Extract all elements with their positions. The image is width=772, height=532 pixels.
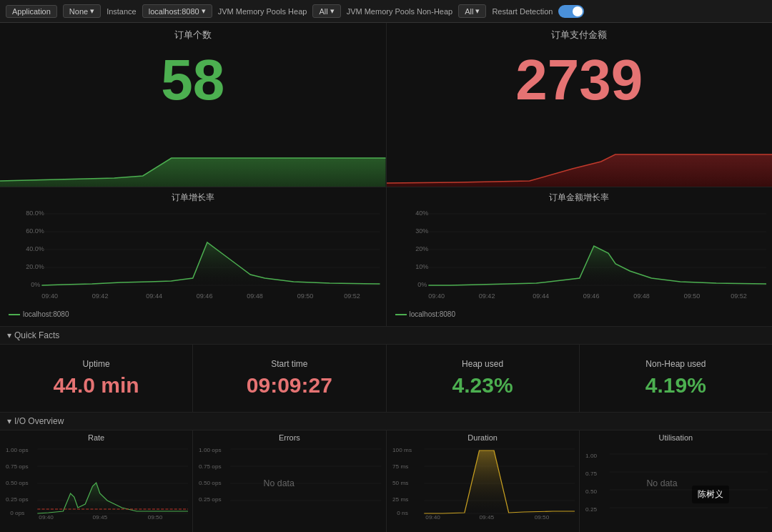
io-overview-row: Rate 1.00 ops 0.75 ops 0.50 ops 0.25 ops…	[0, 430, 772, 532]
top-metrics-row: 订单个数 58 订单支付金额 2739	[0, 23, 772, 187]
order-growth-chart: 80.0% 60.0% 40.0% 20.0% 0%	[6, 207, 380, 307]
orders-count-title: 订单个数	[174, 29, 212, 41]
application-button[interactable]: Application	[6, 5, 57, 18]
svg-text:20.0%: 20.0%	[26, 263, 44, 270]
orders-amount-value: 2739	[515, 51, 643, 109]
chevron-down-icon: ▾	[330, 6, 335, 16]
svg-text:100 ms: 100 ms	[392, 447, 412, 453]
svg-text:09:42: 09:42	[92, 292, 109, 300]
heap-used-label: Heap used	[462, 359, 503, 369]
all-heap-dropdown[interactable]: All ▾	[312, 4, 340, 18]
svg-marker-31	[428, 246, 766, 285]
svg-text:0.75: 0.75	[585, 471, 598, 477]
errors-title: Errors	[197, 433, 381, 442]
rate-panel: Rate 1.00 ops 0.75 ops 0.50 ops 0.25 ops…	[0, 430, 193, 532]
svg-text:25 ms: 25 ms	[392, 496, 408, 503]
svg-text:10%: 10%	[415, 263, 428, 270]
svg-text:09:50: 09:50	[297, 292, 314, 300]
all-nonheap-dropdown[interactable]: All ▾	[458, 4, 486, 18]
order-growth-legend: localhost:8080	[6, 309, 380, 320]
start-time-label: Start time	[271, 359, 307, 369]
non-heap-used-card: Non-Heap used 4.19%	[580, 345, 772, 412]
toolbar: Application None ▾ Instance localhost:80…	[0, 0, 772, 23]
none-dropdown[interactable]: None ▾	[63, 4, 101, 18]
chevron-down-icon: ▾	[202, 6, 206, 16]
jvm-heap-label: JVM Memory Pools Heap	[218, 7, 307, 16]
amount-growth-chart: 40% 30% 20% 10% 0%	[392, 207, 767, 307]
duration-panel: Duration 100 ms 75 ms 50 ms 25 ms 0 ns	[387, 430, 580, 532]
svg-text:0%: 0%	[417, 281, 427, 288]
rate-title: Rate	[4, 433, 188, 442]
svg-text:80.0%: 80.0%	[26, 210, 44, 217]
growth-rate-row: 订单增长率 80.0% 60.0% 40.0% 20.0% 0%	[0, 187, 772, 327]
svg-text:09:52: 09:52	[731, 292, 747, 300]
svg-text:09:44: 09:44	[533, 292, 549, 300]
svg-text:0.50 ops: 0.50 ops	[6, 480, 29, 486]
svg-text:0.75 ops: 0.75 ops	[6, 463, 29, 470]
instance-value: localhost:8080	[149, 7, 199, 16]
heap-used-value: 4.23%	[452, 373, 513, 398]
non-heap-used-value: 4.19%	[645, 373, 706, 398]
svg-text:09:50: 09:50	[534, 514, 549, 521]
chevron-down-icon: ▾	[475, 6, 480, 16]
order-growth-legend-label: localhost:8080	[23, 310, 69, 318]
amount-growth-legend: localhost:8080	[392, 309, 767, 320]
svg-text:0.25: 0.25	[585, 506, 598, 513]
all-heap-value: All	[319, 7, 327, 16]
quick-facts-row: Uptime 44.0 min Start time 09:09:27 Heap…	[0, 345, 772, 413]
watermark-text: 陈树义	[698, 489, 723, 499]
orders-amount-panel: 订单支付金额 2739	[387, 23, 773, 187]
svg-text:0.50: 0.50	[585, 488, 598, 495]
svg-text:09:46: 09:46	[197, 292, 213, 300]
uptime-label: Uptime	[83, 359, 110, 369]
svg-text:09:48: 09:48	[633, 292, 650, 300]
svg-text:1.00 ops: 1.00 ops	[199, 447, 222, 453]
svg-text:1.00: 1.00	[585, 453, 598, 459]
start-time-value: 09:09:27	[247, 373, 332, 398]
amount-growth-title: 订单金额增长率	[392, 192, 767, 204]
instance-label: Instance	[107, 7, 137, 16]
orders-amount-chart	[387, 115, 773, 187]
quick-facts-label: Quick Facts	[14, 330, 59, 340]
svg-text:No data: No data	[264, 478, 295, 488]
duration-title: Duration	[391, 433, 575, 442]
svg-text:09:44: 09:44	[146, 292, 162, 300]
restart-label: Restart Detection	[492, 7, 553, 16]
svg-text:09:48: 09:48	[247, 292, 263, 300]
amount-growth-panel: 订单金额增长率 40% 30% 20% 10% 0%	[387, 187, 773, 326]
svg-marker-74	[424, 450, 575, 513]
instance-dropdown[interactable]: localhost:8080 ▾	[142, 4, 212, 18]
main-content: 订单个数 58 订单支付金额 2739	[0, 23, 772, 532]
svg-text:0%: 0%	[31, 281, 40, 288]
errors-panel: Errors 1.00 ops 0.75 ops 0.50 ops 0.25 o…	[193, 430, 386, 532]
order-growth-title: 订单增长率	[6, 192, 380, 204]
svg-text:0.50 ops: 0.50 ops	[199, 480, 222, 486]
quick-facts-header[interactable]: ▾ Quick Facts	[0, 327, 772, 345]
watermark: 陈树义	[692, 486, 729, 503]
chevron-icon: ▾	[7, 330, 11, 340]
rate-chart: 1.00 ops 0.75 ops 0.50 ops 0.25 ops 0 op…	[4, 443, 188, 522]
svg-text:50 ms: 50 ms	[392, 480, 408, 486]
svg-text:40.0%: 40.0%	[26, 245, 44, 252]
restart-toggle[interactable]	[558, 5, 584, 18]
none-label: None	[69, 7, 88, 16]
non-heap-used-label: Non-Heap used	[645, 359, 706, 369]
svg-text:0.75 ops: 0.75 ops	[199, 463, 222, 470]
jvm-nonheap-label: JVM Memory Pools Non-Heap	[347, 7, 453, 16]
chevron-down-icon: ▾	[90, 6, 94, 16]
svg-text:0.25 ops: 0.25 ops	[199, 496, 222, 503]
orders-count-value: 58	[161, 51, 224, 109]
svg-marker-1	[387, 154, 773, 187]
svg-text:40%: 40%	[415, 210, 428, 217]
duration-chart: 100 ms 75 ms 50 ms 25 ms 0 ns	[391, 443, 575, 522]
svg-text:0.25 ops: 0.25 ops	[6, 496, 29, 503]
orders-count-chart	[0, 115, 386, 187]
io-overview-header[interactable]: ▾ I/O Overview	[0, 413, 772, 430]
svg-text:09:45: 09:45	[92, 514, 107, 521]
utilisation-title: Utilisation	[584, 433, 768, 442]
svg-text:09:40: 09:40	[428, 292, 445, 300]
errors-chart: 1.00 ops 0.75 ops 0.50 ops 0.25 ops No d…	[197, 443, 381, 522]
io-overview-label: I/O Overview	[14, 416, 64, 426]
uptime-value: 44.0 min	[54, 373, 139, 398]
heap-used-card: Heap used 4.23%	[387, 345, 580, 412]
